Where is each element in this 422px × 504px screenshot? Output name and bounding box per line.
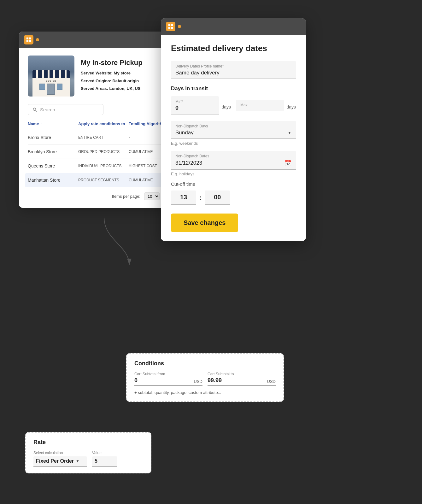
value-input[interactable]: 5 xyxy=(92,456,117,466)
max-days-unit: days xyxy=(286,104,296,109)
conditions-box: Conditions Cart Subtotal from 0 USD Cart… xyxy=(126,353,284,402)
front-panel-titlebar xyxy=(161,18,306,35)
row-conditions: GROUPED PRODUCTS xyxy=(78,149,129,154)
status-dot xyxy=(178,25,181,28)
value-field: Value 5 xyxy=(92,451,117,466)
min-days-input[interactable]: Min* 0 xyxy=(171,96,219,114)
status-dot xyxy=(36,38,39,41)
min-value: 0 xyxy=(175,105,214,111)
svg-rect-1 xyxy=(29,38,31,39)
days-transit-row: Min* 0 days Max days xyxy=(171,96,296,114)
cart-subtotal-to-label: Cart Subtotal to xyxy=(208,372,276,376)
row-name: Bronx Store xyxy=(28,135,78,140)
non-dispatch-dates-hint: E.g. holidays xyxy=(171,172,296,176)
served-website: Served Website: My store xyxy=(81,70,143,76)
front-panel: Estimated delivery dates Delivery Dates … xyxy=(161,18,306,241)
row-name: Queens Store xyxy=(28,163,78,168)
non-dispatch-days-field[interactable]: Non-Dispatch Days Sunday ▼ xyxy=(171,121,296,139)
cart-subtotal-to-currency: USD xyxy=(267,379,276,384)
profile-name-label: Delivery Dates Profile name* xyxy=(175,64,291,68)
svg-rect-10 xyxy=(171,27,173,29)
cart-subtotal-from: Cart Subtotal from 0 USD xyxy=(134,372,202,386)
min-days-field: Min* 0 days xyxy=(171,96,231,114)
profile-name-value: Same day delivery xyxy=(175,70,291,76)
cart-subtotal-from-label: Cart Subtotal from xyxy=(134,372,202,376)
svg-rect-9 xyxy=(168,27,170,29)
non-dispatch-days-hint: E.g. weekends xyxy=(171,141,296,146)
cart-subtotal-to: Cart Subtotal to 99.99 USD xyxy=(208,372,276,386)
items-per-page-select[interactable]: 10 25 50 xyxy=(144,192,160,200)
non-dispatch-dates-field[interactable]: Non-Dispatch Dates 31/12/2023 📅 xyxy=(171,151,296,170)
calculation-select[interactable]: Fixed Per Order ▼ xyxy=(33,456,87,466)
non-dispatch-days-value: Sunday xyxy=(175,130,194,136)
arrow-connector xyxy=(98,214,142,271)
row-name: Manhattan Store xyxy=(28,178,78,183)
served-origins: Served Origins: Default origin xyxy=(81,78,143,84)
sort-icon: ↑ xyxy=(40,122,42,126)
min-label: Min* xyxy=(175,99,214,104)
search-icon xyxy=(32,107,38,112)
profile-name-field[interactable]: Delivery Dates Profile name* Same day de… xyxy=(171,61,296,79)
rate-title: Rate xyxy=(33,439,143,446)
days-in-transit-title: Days in transit xyxy=(171,85,296,92)
more-conditions-text[interactable]: + subtotal, quantity, package, custom at… xyxy=(134,390,276,395)
non-dispatch-dates-label: Non-Dispatch Dates xyxy=(175,154,291,158)
store-info: My In-store Pickup Served Website: My st… xyxy=(81,59,143,93)
store-name: My In-store Pickup xyxy=(81,59,143,67)
panel-title: Estimated delivery dates xyxy=(171,44,296,53)
th-conditions[interactable]: Apply rate conditions to xyxy=(78,121,129,126)
calculation-field: Select calculation Fixed Per Order ▼ xyxy=(33,451,87,466)
conditions-title: Conditions xyxy=(134,360,276,367)
rate-fields: Select calculation Fixed Per Order ▼ Val… xyxy=(33,451,143,466)
max-days-field: Max days xyxy=(236,96,296,114)
search-input[interactable]: Search xyxy=(40,107,55,112)
save-button[interactable]: Save changes xyxy=(171,214,238,232)
calculation-label: Select calculation xyxy=(33,451,87,455)
svg-rect-8 xyxy=(171,24,173,26)
chevron-down-icon: ▼ xyxy=(288,131,291,135)
cart-subtotal-to-value: 99.99 xyxy=(208,377,266,384)
svg-rect-7 xyxy=(168,24,170,26)
svg-point-4 xyxy=(33,108,36,110)
rate-box: Rate Select calculation Fixed Per Order … xyxy=(25,432,151,473)
cart-subtotal-from-value: 0 xyxy=(134,377,193,384)
time-separator: : xyxy=(199,194,202,202)
calendar-icon: 📅 xyxy=(284,160,291,167)
svg-line-5 xyxy=(36,110,37,112)
row-conditions: INDIVIDUAL PRODUCTS xyxy=(78,164,129,168)
row-conditions: ENTIRE CART xyxy=(78,135,129,140)
logo xyxy=(24,35,33,44)
cutoff-hours[interactable]: 13 xyxy=(171,190,196,205)
cutoff-minutes[interactable]: 00 xyxy=(205,190,230,205)
store-sign-text: spe·op xyxy=(46,79,56,82)
served-areas: Served Areas: London, UK, US xyxy=(81,85,143,92)
cutoff-title: Cut-off time xyxy=(171,181,296,187)
svg-rect-0 xyxy=(26,38,28,39)
search-box[interactable]: Search xyxy=(28,104,103,115)
max-days-input[interactable]: Max xyxy=(236,100,284,111)
cart-subtotal-from-currency: USD xyxy=(194,379,202,384)
row-conditions: PRODUCT SEGMENTS xyxy=(78,178,129,182)
svg-rect-3 xyxy=(29,40,31,42)
value-label: Value xyxy=(92,451,117,455)
store-image: spe·op xyxy=(28,56,74,97)
non-dispatch-dates-value: 31/12/2023 xyxy=(175,160,202,166)
row-name: Brooklyn Store xyxy=(28,149,78,154)
conditions-row: Cart Subtotal from 0 USD Cart Subtotal t… xyxy=(134,372,276,386)
non-dispatch-days-label: Non-Dispatch Days xyxy=(175,124,291,128)
time-row: 13 : 00 xyxy=(171,190,296,205)
th-name[interactable]: Name ↑ xyxy=(28,121,78,126)
chevron-down-icon: ▼ xyxy=(76,459,79,463)
svg-rect-2 xyxy=(26,40,28,42)
logo xyxy=(166,22,175,31)
min-days-unit: days xyxy=(221,104,231,109)
items-per-page-label: Items per page: xyxy=(112,194,140,199)
max-label: Max xyxy=(240,103,279,107)
calculation-value: Fixed Per Order xyxy=(36,458,74,464)
